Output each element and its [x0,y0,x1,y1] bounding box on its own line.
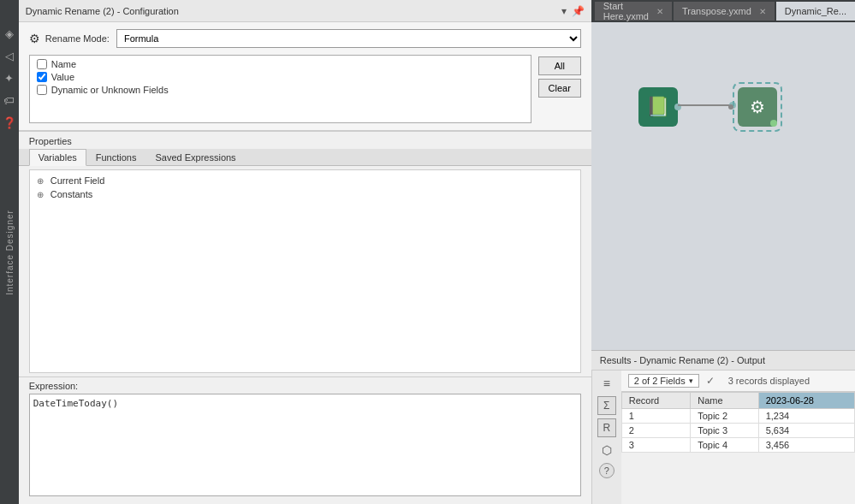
cell-value-3: 3,456 [758,438,854,453]
rename-mode-select[interactable]: Formula Field Position Field Name [116,29,581,48]
interface-designer-sidebar: Interface Designer ◈ ◁ ✦ 🏷 ❓ [0,0,19,504]
expander-current-field: ⊕ [37,176,47,186]
checkbox-dynamic-label: Dynamic or Unknown Fields [51,85,169,95]
results-side-icons: ≡ Σ R ⬡ ? [591,371,621,504]
expander-constants: ⊕ [37,190,47,199]
checkbox-name-label: Name [51,59,76,69]
tree-item-constants[interactable]: ⊕ Constants [33,187,577,201]
cell-name-2: Topic 3 [691,424,758,438]
node-output-dot [770,120,777,127]
records-displayed: 3 records displayed [728,376,810,386]
top-tab-start[interactable]: Start Here.yxmd ✕ [595,2,672,21]
sidebar-icon-tag[interactable]: 🏷 [2,92,17,108]
field-buttons: All Clear [538,55,581,123]
properties-section: Properties Variables Functions Saved Exp… [19,131,591,377]
table-row: 2 Topic 3 5,634 [621,424,854,438]
table-header-row: Record Name 2023-06-28 [621,393,854,409]
right-panel: Start Here.yxmd ✕ Transpose.yxmd ✕ Dynam… [591,0,855,504]
results-table-container: 2 of 2 Fields ▾ ✓ 3 records displayed Re… [621,371,855,504]
results-icon-r[interactable]: R [597,418,616,437]
top-tab-start-close[interactable]: ✕ [656,7,663,16]
checkbox-name[interactable] [37,59,47,69]
expression-label: Expression: [29,381,581,391]
checkbox-name-row: Name [37,59,524,69]
fields-selector[interactable]: 2 of 2 Fields ▾ [628,374,699,388]
results-table-wrap: Record Name 2023-06-28 1 Topic 2 1,234 [621,392,855,504]
variables-tree: ⊕ Current Field ⊕ Constants [29,169,581,373]
checkmark-icon[interactable]: ✓ [706,375,715,387]
config-title-bar: Dynamic Rename (2) - Configuration ▾ 📌 [19,0,591,22]
cell-value-1: 1,234 [758,409,854,424]
checkbox-value-label: Value [51,72,74,82]
results-header: Results - Dynamic Rename (2) - Output [591,351,855,371]
top-tab-dynamic-label: Dynamic_Re... [785,6,846,16]
connector-line [678,104,729,106]
fields-selector-label: 2 of 2 Fields [634,376,686,386]
top-tab-dynamic[interactable]: Dynamic_Re... [776,2,855,21]
top-tabs-bar: Start Here.yxmd ✕ Transpose.yxmd ✕ Dynam… [591,0,855,22]
col-header-date: 2023-06-28 [758,393,854,409]
results-panel: Results - Dynamic Rename (2) - Output ≡ … [591,350,855,504]
title-bar-icons: ▾ 📌 [561,5,585,17]
sidebar-icon-star[interactable]: ✦ [2,70,17,86]
table-row: 1 Topic 2 1,234 [621,409,854,424]
results-table: Record Name 2023-06-28 1 Topic 2 1,234 [621,392,855,453]
node-icon-input: 📗 [638,87,678,127]
node-input-dot [728,104,733,110]
tree-label-current-field: Current Field [50,175,105,186]
checkbox-dynamic-row: Dynamic or Unknown Fields [37,85,524,95]
sidebar-icon-help[interactable]: ❓ [2,115,17,130]
sidebar-icon-arrow[interactable]: ◁ [2,48,17,63]
rename-mode-label: ⚙ Rename Mode: [29,32,110,45]
workflow-node-input[interactable]: 📗 [638,87,678,127]
tab-variables[interactable]: Variables [29,149,86,166]
properties-header: Properties [19,132,591,149]
cell-record-3: 3 [621,438,690,453]
tab-functions[interactable]: Functions [86,149,146,165]
workflow-node-transform[interactable]: ⚙ [733,82,782,132]
results-icon-menu[interactable]: ≡ [597,374,616,393]
sidebar-icon-diamond[interactable]: ◈ [2,26,17,41]
table-row: 3 Topic 4 3,456 [621,438,854,453]
dropdown-arrow-icon: ▾ [689,377,693,385]
expression-section: Expression: DateTimeToday() [19,377,591,504]
properties-tabs-bar: Variables Functions Saved Expressions [19,149,591,166]
sidebar-label: Interface Designer [4,210,14,295]
rename-mode-row: ⚙ Rename Mode: Formula Field Position Fi… [29,29,581,48]
top-tab-transpose-close[interactable]: ✕ [759,7,766,16]
tab-saved-expressions[interactable]: Saved Expressions [145,149,245,165]
results-icon-sigma[interactable]: Σ [597,396,616,415]
tree-label-constants: Constants [50,189,93,199]
left-config-panel: Dynamic Rename (2) - Configuration ▾ 📌 ⚙… [19,0,591,504]
results-content: ≡ Σ R ⬡ ? 2 of 2 Fields ▾ ✓ 3 records di… [591,371,855,504]
tree-item-current-field[interactable]: ⊕ Current Field [33,174,577,187]
results-toolbar: 2 of 2 Fields ▾ ✓ 3 records displayed [621,371,855,392]
checkbox-value-row: Value [37,72,524,82]
checkbox-value[interactable] [37,72,47,82]
top-tab-transpose-label: Transpose.yxmd [682,6,751,16]
results-table-body: 1 Topic 2 1,234 2 Topic 3 5,634 3 [621,409,854,453]
cell-record-1: 1 [621,409,690,424]
fields-container: Name Value Dynamic or Unknown Fields All… [29,55,581,123]
cell-value-2: 5,634 [758,424,854,438]
results-icon-hex[interactable]: ⬡ [597,441,616,460]
collapse-icon[interactable]: ▾ [561,5,567,17]
cell-name-1: Topic 2 [691,409,758,424]
expression-input[interactable]: DateTimeToday() [29,394,581,496]
col-header-record: Record [621,393,690,409]
pin-icon[interactable]: 📌 [572,5,585,17]
gear-icon: ⚙ [29,32,40,45]
all-button[interactable]: All [538,56,581,75]
config-title: Dynamic Rename (2) - Configuration [26,6,179,16]
cell-record-2: 2 [621,424,690,438]
top-tab-start-label: Start Here.yxmd [603,1,649,21]
checkbox-dynamic[interactable] [37,85,47,95]
workflow-canvas-area: 📗 ⚙ [591,22,855,350]
checkboxes-area: Name Value Dynamic or Unknown Fields [29,55,531,123]
config-area: ⚙ Rename Mode: Formula Field Position Fi… [19,22,591,131]
col-header-name: Name [691,393,758,409]
results-icon-help[interactable]: ? [599,463,615,478]
cell-name-3: Topic 4 [691,438,758,453]
top-tab-transpose[interactable]: Transpose.yxmd ✕ [674,2,775,21]
clear-button[interactable]: Clear [538,79,581,98]
